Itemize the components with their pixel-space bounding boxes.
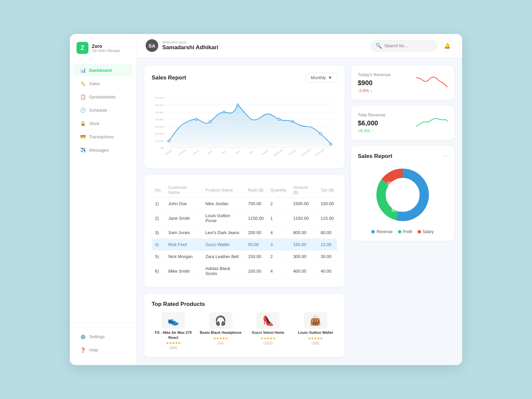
table-card: No. Customer Name Product Name Rate ($) …: [144, 175, 344, 287]
sales-report-title: Sales Report: [152, 74, 186, 81]
donut-title: Sales Report: [358, 153, 392, 160]
product-stars: ★★★★★: [213, 336, 228, 340]
cell-customer: Nick Morgan: [165, 251, 202, 263]
product-name: Beats Black Headphone: [200, 330, 241, 335]
col-qty: Quantity: [267, 182, 290, 198]
chevron-down-icon: ▼: [328, 75, 332, 80]
cell-no: 4): [152, 239, 165, 251]
sidebar-item-sales[interactable]: 🏷️Sales: [73, 77, 133, 90]
cell-amount: 1150.00: [290, 210, 317, 227]
sales-icon: 🏷️: [80, 80, 86, 86]
sidebar-item-store[interactable]: 🔒Store: [73, 117, 133, 130]
product-image: 👠: [256, 312, 280, 329]
products-grid: 👟 FS - Nike Air Max 270 React ★★★★★ (589…: [152, 312, 337, 350]
cell-no: 5): [152, 251, 165, 263]
svg-text:$4,000: $4,000: [155, 118, 164, 121]
cell-rate: 100.00: [245, 263, 267, 280]
list-item[interactable]: 👟 FS - Nike Air Max 270 React ★★★★★ (589…: [152, 312, 195, 350]
svg-text:$3,000: $3,000: [155, 125, 164, 128]
svg-text:September: September: [273, 148, 285, 157]
sidebar-item-label: Help: [89, 347, 98, 352]
cell-product: Louis Vuitton Purse: [202, 210, 245, 227]
cell-qty: 3: [267, 239, 290, 251]
list-item[interactable]: 🎧 Beats Black Headphone ★★★★★ (54): [199, 312, 243, 350]
cell-product: Zara Leather Belt: [202, 251, 245, 263]
table-row[interactable]: 1) John Doe Nike Jordan 750.00 2 1500.00…: [152, 198, 337, 210]
sidebar-item-spreadsheets[interactable]: 📋Spreadsheets: [73, 90, 133, 103]
list-item[interactable]: 👜 Louis Vuitton Wallet ★★★★★ (200): [294, 312, 337, 350]
main-area: SA Welcome back, Samadarshi Adhikari 🔍 🔔…: [136, 34, 462, 365]
svg-point-31: [223, 111, 225, 113]
list-item[interactable]: 👠 Gucci Velvet Heels ★★★★★ (1423): [246, 312, 290, 350]
table-row[interactable]: 2) Jane Smith Louis Vuitton Purse 1150.0…: [152, 210, 337, 227]
donut-legend: Revenue Profit Salary: [358, 229, 448, 234]
cell-qty: 4: [267, 227, 290, 239]
table-row[interactable]: 6) Mike Smith Adidas Black Socks 100.00 …: [152, 263, 337, 280]
cell-qty: 2: [267, 198, 290, 210]
col-rate: Rate ($): [245, 182, 267, 198]
sidebar-item-label: Dashboard: [89, 68, 112, 73]
content-area: Sales Report Monthly ▼: [136, 58, 462, 365]
revenue-dot: [371, 230, 375, 233]
app-name: Zoro: [92, 44, 120, 49]
profit-label: Profit: [403, 229, 412, 234]
salary-label: Salary: [423, 229, 434, 234]
product-stars: ★★★★★: [261, 336, 276, 340]
cell-amount: 150.00: [290, 239, 317, 251]
sidebar-item-label: Sales: [89, 81, 100, 86]
svg-point-34: [292, 121, 294, 123]
main-nav: 📊Dashboard🏷️Sales📋Spreadsheets🕐Schedule🔒…: [70, 63, 136, 157]
product-reviews: (54): [218, 341, 224, 345]
cell-customer: Rick Ferd: [165, 239, 202, 251]
svg-point-30: [209, 121, 211, 123]
search-box[interactable]: 🔍: [370, 40, 437, 52]
monthly-filter-button[interactable]: Monthly ▼: [306, 73, 337, 82]
sidebar-item-label: Schedule: [89, 108, 107, 113]
search-input[interactable]: [384, 43, 432, 48]
svg-text:$1,000: $1,000: [155, 140, 164, 143]
product-name: Louis Vuitton Wallet: [298, 330, 333, 335]
sidebar-item-settings[interactable]: ⚙️Settings: [73, 331, 133, 343]
notification-bell[interactable]: 🔔: [442, 40, 453, 51]
table-row[interactable]: 5) Nick Morgan Zara Leather Belt 150.00 …: [152, 251, 337, 263]
sidebar-item-label: Settings: [89, 334, 105, 339]
sidebar-item-dashboard[interactable]: 📊Dashboard: [73, 64, 133, 76]
svg-point-28: [168, 140, 170, 142]
products-title: Top Rated Products: [152, 301, 337, 308]
user-info: Welcome back, Samadarshi Adhikari: [162, 40, 218, 51]
col-amount: Amount ($): [290, 182, 317, 198]
cell-qty: 2: [267, 251, 290, 263]
header-user: SA Welcome back, Samadarshi Adhikari: [146, 39, 218, 52]
sidebar-item-schedule[interactable]: 🕐Schedule: [73, 104, 133, 116]
table-row[interactable]: 4) Rick Ferd Gucci Wallet 50.00 3 150.00…: [152, 239, 337, 251]
svg-text:April: April: [207, 150, 213, 155]
total-revenue-chart: [414, 115, 448, 131]
svg-point-36: [330, 143, 332, 145]
svg-text:$7,000: $7,000: [155, 97, 164, 100]
help-icon: ❓: [80, 347, 86, 353]
user-name: Samadarshi Adhikari: [162, 44, 218, 51]
sidebar-item-transactions[interactable]: 💳Transactions: [73, 130, 133, 143]
sidebar: Z Zoro Top Sales Manager 📊Dashboard🏷️Sal…: [70, 34, 136, 365]
svg-text:$5,000: $5,000: [155, 111, 164, 114]
today-revenue-card: Today's Revenue $900 -3.6% ↓: [351, 66, 454, 100]
sidebar-item-help[interactable]: ❓Help: [73, 344, 133, 356]
table-header-row: No. Customer Name Product Name Rate ($) …: [152, 182, 337, 198]
svg-point-29: [196, 118, 198, 120]
table-row[interactable]: 3) Sam Jones Levi's Dark Jeans 200.00 4 …: [152, 227, 337, 239]
sales-report-card: Sales Report Monthly ▼: [144, 66, 344, 168]
svg-text:July: July: [249, 150, 254, 155]
sales-report-header: Sales Report Monthly ▼: [152, 73, 337, 82]
dashboard-icon: 📊: [80, 67, 86, 73]
header: SA Welcome back, Samadarshi Adhikari 🔍 🔔: [136, 34, 462, 58]
cell-amount: 400.00: [290, 263, 317, 280]
settings-icon: ⚙️: [80, 334, 86, 340]
svg-point-33: [278, 118, 280, 120]
total-revenue-info: Total Revenue $6,000 +8.4% ↑: [358, 112, 385, 133]
cell-amount: 300.00: [290, 251, 317, 263]
total-revenue-label: Total Revenue: [358, 112, 385, 117]
sidebar-item-messages[interactable]: ✈️Messages: [73, 144, 133, 156]
svg-point-35: [320, 133, 322, 135]
product-name: FS - Nike Air Max 270 React: [152, 330, 195, 340]
donut-options-button[interactable]: ···: [443, 153, 448, 160]
